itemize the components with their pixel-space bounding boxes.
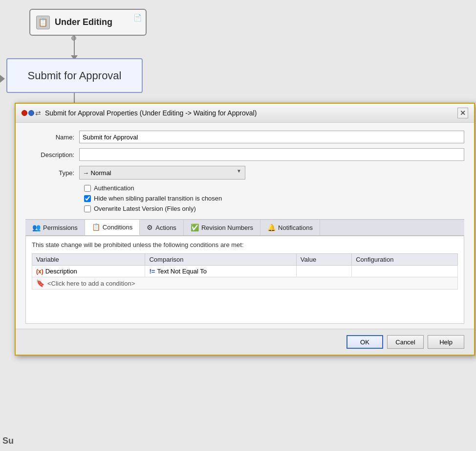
configuration-cell [352, 266, 458, 277]
revision-numbers-icon: ✅ [191, 224, 199, 231]
dialog-title-icon: ⇄ [22, 109, 41, 117]
icon-circle-red [22, 110, 27, 116]
col-value: Value [296, 254, 351, 266]
node-doc-icon: 📋 [38, 18, 48, 27]
tab-permissions[interactable]: 👥 Permissions [25, 220, 85, 235]
node-copy-icon: 📄 [133, 14, 142, 22]
ok-button[interactable]: OK [346, 335, 383, 349]
left-arrow-indicator [0, 75, 5, 83]
conditions-table: Variable Comparison Value Configuration … [32, 253, 458, 290]
transition-arrows-icon: ⇄ [35, 109, 41, 117]
type-row: Type: → Normal → Parallel → Sequential [25, 166, 464, 180]
tabs-bar: 👥 Permissions 📋 Conditions ⚙ Actions ✅ R… [25, 219, 464, 236]
add-condition-icon: 🔖 [36, 279, 44, 287]
col-comparison: Comparison [145, 254, 296, 266]
type-label: Type: [25, 169, 79, 177]
node-icon: 📋 [36, 16, 50, 29]
add-condition-row[interactable]: 🔖 <Click here to add a condition> [32, 277, 458, 290]
authentication-label: Authentication [94, 184, 134, 192]
value-cell [296, 266, 351, 277]
node-submit-approval[interactable]: Submit for Approval [6, 58, 143, 93]
dialog-title-text: Submit for Approval Properties (Under Ed… [45, 109, 257, 117]
authentication-checkbox-row: Authentication [84, 184, 464, 192]
variable-icon: (x) [36, 268, 43, 275]
tab-permissions-label: Permissions [43, 224, 78, 231]
tab-notifications-label: Notifications [278, 224, 313, 231]
node-submit-label: Submit for Approval [28, 69, 122, 82]
hide-sibling-checkbox-row: Hide when sibling parallel transition is… [84, 195, 464, 202]
description-row: Description: [25, 148, 464, 161]
node-under-editing-label: Under Editing [55, 17, 112, 27]
cancel-button[interactable]: Cancel [387, 335, 424, 349]
name-row: Name: [25, 131, 464, 143]
tab-conditions-label: Conditions [103, 224, 132, 231]
add-condition-label[interactable]: <Click here to add a condition> [47, 280, 135, 287]
node-under-editing: 📋 Under Editing 📄 [29, 9, 147, 36]
name-input[interactable] [79, 131, 464, 143]
variable-cell: (x) Description [32, 266, 145, 277]
description-input[interactable] [79, 148, 464, 161]
tab-conditions[interactable]: 📋 Conditions [85, 220, 140, 235]
connector-line [74, 36, 75, 58]
description-label: Description: [25, 151, 79, 158]
tab-actions[interactable]: ⚙ Actions [140, 220, 184, 235]
variable-value: Description [45, 268, 77, 275]
add-condition-cell: 🔖 <Click here to add a condition> [32, 277, 458, 290]
type-select[interactable]: → Normal → Parallel → Sequential [79, 166, 245, 180]
table-row[interactable]: (x) Description != Text Not Equal To [32, 266, 458, 277]
overwrite-label: Overwrite Latest Version (Files only) [94, 205, 196, 212]
dialog: ⇄ Submit for Approval Properties (Under … [15, 103, 475, 356]
tab-notifications[interactable]: 🔔 Notifications [260, 220, 320, 235]
dialog-title-left: ⇄ Submit for Approval Properties (Under … [22, 109, 257, 117]
comparison-icon: != [149, 268, 155, 275]
tab-actions-label: Actions [155, 224, 176, 231]
table-header-row: Variable Comparison Value Configuration [32, 254, 458, 266]
hide-sibling-label: Hide when sibling parallel transition is… [94, 195, 222, 202]
tab-revision-numbers[interactable]: ✅ Revision Numbers [184, 220, 260, 235]
node-bottom-partial: Su [2, 436, 14, 446]
authentication-checkbox[interactable] [84, 185, 91, 192]
conditions-icon: 📋 [92, 223, 100, 231]
hide-sibling-checkbox[interactable] [84, 195, 91, 202]
type-select-wrapper: → Normal → Parallel → Sequential [79, 166, 245, 180]
conditions-description: This state change will be prohibited unl… [32, 241, 458, 248]
notifications-icon: 🔔 [267, 224, 276, 231]
help-button[interactable]: Help [428, 335, 464, 349]
dialog-body: Name: Description: Type: → Normal → Para… [16, 123, 474, 329]
dialog-titlebar: ⇄ Submit for Approval Properties (Under … [16, 104, 474, 123]
tab-content-conditions: This state change will be prohibited unl… [25, 236, 464, 324]
actions-icon: ⚙ [147, 224, 153, 231]
col-configuration: Configuration [352, 254, 458, 266]
overwrite-checkbox[interactable] [84, 205, 91, 212]
left-arrow-head [0, 75, 5, 83]
comparison-cell: != Text Not Equal To [145, 266, 296, 277]
dialog-footer: OK Cancel Help [16, 329, 474, 355]
overwrite-checkbox-row: Overwrite Latest Version (Files only) [84, 205, 464, 212]
comparison-value: Text Not Equal To [157, 268, 207, 275]
icon-circle-blue [28, 110, 34, 116]
name-label: Name: [25, 134, 79, 141]
col-variable: Variable [32, 254, 145, 266]
close-button[interactable]: ✕ [457, 108, 468, 118]
tab-revision-numbers-label: Revision Numbers [201, 224, 253, 231]
permissions-icon: 👥 [32, 224, 41, 231]
